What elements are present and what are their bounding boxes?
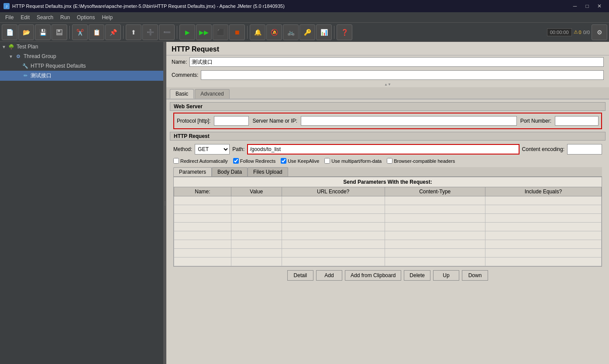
content-encoding-input[interactable] [567, 144, 602, 155]
new-button[interactable]: 📄 [2, 24, 17, 40]
run-no-pause-button[interactable]: ▶▶ [196, 24, 212, 40]
redirect-auto-checkbox[interactable] [173, 158, 179, 164]
tab-advanced-label: Advanced [200, 91, 224, 97]
comments-input[interactable] [201, 70, 604, 80]
keepalive-checkbox-item[interactable]: Use KeepAlive [281, 158, 319, 164]
detail-button[interactable]: Detail [287, 270, 313, 281]
tab-advanced[interactable]: Advanced [195, 89, 229, 99]
params-table-body [174, 196, 602, 266]
titlebar-controls: ─ □ ✕ [569, 0, 606, 12]
menubar: File Edit Search Run Options Help [0, 12, 609, 23]
menu-edit[interactable]: Edit [17, 12, 33, 23]
separator-4 [247, 26, 248, 39]
options-button[interactable]: ⚙ [592, 24, 607, 40]
browser-headers-checkbox[interactable] [387, 158, 392, 164]
multipart-checkbox-item[interactable]: Use multipart/form-data [324, 158, 382, 164]
path-input[interactable] [247, 144, 519, 155]
menu-help[interactable]: Help [98, 12, 116, 23]
svg-rect-2 [57, 33, 62, 35]
down-button[interactable]: Down [462, 270, 488, 281]
save-button[interactable]: 💾 [35, 24, 51, 40]
follow-redirects-checkbox[interactable] [233, 158, 239, 164]
http-defaults-label: HTTP Request Defaults [31, 63, 86, 69]
follow-redirects-checkbox-item[interactable]: Follow Redirects [233, 158, 275, 164]
protocol-input[interactable] [214, 116, 249, 126]
multipart-checkbox[interactable] [324, 158, 330, 164]
separator-2 [123, 26, 124, 39]
minimize-button[interactable]: ─ [569, 0, 581, 12]
toolbar-right: 00:00:00 ⚠ 0 0/0 ⚙ [547, 24, 607, 40]
up-button[interactable]: Up [433, 270, 459, 281]
menu-file[interactable]: File [2, 12, 17, 23]
name-input[interactable] [189, 57, 604, 67]
create-report-button[interactable]: 📊 [316, 24, 332, 40]
menu-search[interactable]: Search [33, 12, 57, 23]
toolbar: 📄 📂 💾 ✂️ 📋 📌 ⬆ ➕ ➖ ▶ ▶▶ ⬛ ⏹ 🔔 🔕 🚲 🔑 📊 ❓ … [0, 23, 609, 42]
tab-basic[interactable]: Basic [170, 89, 194, 99]
main-layout: ▼ 🌳 Test Plan ▼ ⚙ Thread Group 🔧 HTTP Re… [0, 42, 609, 364]
col-include-equals: Include Equals? [485, 187, 601, 196]
browser-headers-label: Browser-compatible headers [394, 158, 455, 164]
remote-start-button[interactable]: 🔔 [250, 24, 265, 40]
sidebar-item-test-plan[interactable]: ▼ 🌳 Test Plan [0, 42, 163, 52]
port-input[interactable] [555, 116, 599, 126]
close-button[interactable]: ✕ [593, 0, 606, 12]
path-label: Path: [232, 146, 244, 152]
paste-button[interactable]: 📌 [105, 24, 121, 40]
table-row [174, 223, 602, 231]
copy-button[interactable]: 📋 [89, 24, 104, 40]
delete-button[interactable]: Delete [404, 270, 430, 281]
name-row: Name: [166, 55, 609, 69]
menu-options[interactable]: Options [73, 12, 98, 23]
tab-parameters[interactable]: Parameters [173, 167, 212, 176]
checkboxes-row: Redirect Automatically Follow Redirects … [173, 156, 602, 165]
sidebar-item-http-defaults[interactable]: 🔧 HTTP Request Defaults [0, 61, 163, 71]
app-icon: J [3, 3, 10, 9]
remove-button[interactable]: ➖ [159, 24, 175, 40]
tab-body-data[interactable]: Body Data [212, 167, 248, 176]
name-label: Name: [172, 59, 187, 65]
http-defaults-icon: 🔧 [22, 62, 29, 69]
redirect-auto-checkbox-item[interactable]: Redirect Automatically [173, 158, 228, 164]
arrow-icon: ▲▼ [384, 82, 391, 86]
divider-arrows: ▲▼ [166, 82, 609, 87]
http-request-title: HTTP Request [174, 133, 210, 139]
remote-start-all-button[interactable]: 🚲 [283, 24, 299, 40]
maximize-button[interactable]: □ [581, 0, 593, 12]
server-input[interactable] [301, 116, 517, 126]
save-as-button[interactable] [52, 24, 67, 40]
method-select[interactable]: GET POST PUT DELETE PATCH HEAD OPTIONS [195, 144, 230, 155]
tab-basic-label: Basic [175, 91, 188, 97]
sidebar-item-sampler[interactable]: ✏ 测试接口 [0, 71, 163, 81]
stop-button[interactable]: ⬛ [213, 24, 228, 40]
stop-now-button[interactable]: ⏹ [229, 24, 245, 40]
add-button-params[interactable]: Add [316, 270, 342, 281]
help-button[interactable]: ❓ [337, 24, 352, 40]
comments-row: Comments: [166, 69, 609, 82]
browser-headers-checkbox-item[interactable]: Browser-compatible headers [387, 158, 455, 164]
tab-files-upload[interactable]: Files Upload [248, 167, 288, 176]
bottom-buttons: Detail Add Add from Clipboard Delete Up … [173, 267, 602, 282]
sidebar-item-thread-group[interactable]: ▼ ⚙ Thread Group [0, 52, 163, 61]
remote-stop-all-button[interactable]: 🔑 [299, 24, 315, 40]
tree-toggle: ▼ [2, 45, 7, 49]
svg-rect-1 [58, 30, 60, 32]
separator-5 [334, 26, 334, 39]
follow-redirects-label: Follow Redirects [240, 158, 275, 164]
add-from-clipboard-button[interactable]: Add from Clipboard [345, 270, 401, 281]
table-row [174, 205, 602, 214]
menu-run[interactable]: Run [57, 12, 73, 23]
cut-button[interactable]: ✂️ [72, 24, 88, 40]
content-area: HTTP Request Name: Comments: ▲▼ Basic [166, 42, 609, 364]
warning-icon: ⚠ [574, 29, 578, 35]
thread-group-label: Thread Group [24, 53, 56, 59]
remote-stop-button[interactable]: 🔕 [266, 24, 282, 40]
add-button[interactable]: ➕ [142, 24, 158, 40]
open-button[interactable]: 📂 [18, 24, 34, 40]
expand-button[interactable]: ⬆ [126, 24, 141, 40]
keepalive-checkbox[interactable] [281, 158, 286, 164]
run-button[interactable]: ▶ [179, 24, 195, 40]
protocol-label: Protocol [http]: [177, 118, 210, 124]
tab-parameters-label: Parameters [179, 169, 206, 175]
params-table-area: Send Parameters With the Request: Name: … [173, 177, 602, 267]
